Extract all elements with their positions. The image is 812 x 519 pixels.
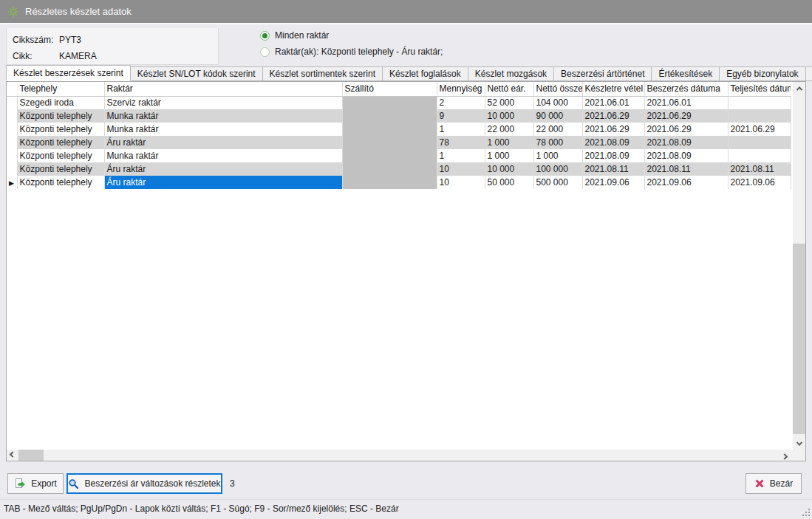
tab-keszlet-mozgasok[interactable]: Készlet mozgások	[468, 66, 554, 81]
cell-szallito-redacted[interactable]	[342, 176, 437, 189]
cell-netto-ear[interactable]: 10 000	[485, 109, 533, 123]
cell-mennyiseg[interactable]: 10	[437, 176, 485, 189]
cell-beszerzes-datuma[interactable]: 2021.08.09	[644, 136, 728, 149]
cell-keszletre-vetel[interactable]: 2021.09.06	[582, 176, 644, 189]
cell-keszletre-vetel[interactable]: 2021.08.09	[582, 149, 644, 162]
column-header-netto-osszes[interactable]: Nettó összes	[533, 82, 582, 96]
close-button[interactable]: Bezár	[746, 473, 802, 494]
column-header-beszerzes-datuma[interactable]: Beszerzés dátuma	[644, 82, 728, 96]
cell-teljesites-datuma[interactable]: 2021.06.29	[728, 123, 791, 136]
cell-beszerzes-datuma[interactable]: 2021.08.09	[644, 149, 728, 162]
cell-raktar[interactable]: Szerviz raktár	[104, 96, 342, 109]
cell-telephely[interactable]: Központi telephely	[17, 162, 104, 176]
cell-teljesites-datuma[interactable]	[728, 149, 791, 162]
tab-egyeb-bizonylatok[interactable]: Egyéb bizonylatok	[720, 66, 805, 81]
table-row[interactable]: Szegedi iroda Szerviz raktár 2 52 000 10…	[7, 96, 791, 109]
cell-teljesites-datuma[interactable]: 2021.09.06	[728, 176, 791, 189]
cell-mennyiseg[interactable]: 1	[437, 149, 485, 162]
scroll-up-button[interactable]	[793, 82, 805, 94]
cell-mennyiseg[interactable]: 10	[437, 162, 485, 176]
cell-netto-ear[interactable]: 50 000	[485, 176, 533, 189]
cell-netto-osszes[interactable]: 90 000	[533, 109, 582, 123]
cell-telephely[interactable]: Központi telephely	[17, 123, 104, 136]
scroll-down-button[interactable]	[793, 437, 805, 450]
table-row[interactable]: Központi telephely Áru raktár 78 1 000 7…	[7, 136, 791, 149]
table-row[interactable]: Központi telephely Munka raktár 1 1 000 …	[7, 149, 791, 162]
horizontal-scrollbar[interactable]	[7, 450, 791, 461]
cell-mennyiseg[interactable]: 2	[437, 96, 485, 109]
cell-szallito-redacted[interactable]	[342, 109, 437, 123]
cell-netto-ear[interactable]: 1 000	[485, 149, 533, 162]
cell-szallito-redacted[interactable]	[342, 123, 437, 136]
column-header-telephely[interactable]: Telephely	[17, 82, 104, 96]
resize-grip[interactable]	[802, 509, 810, 516]
table-row[interactable]: Központi telephely Munka raktár 9 10 000…	[7, 109, 791, 123]
cell-mennyiseg[interactable]: 9	[437, 109, 485, 123]
cell-mennyiseg[interactable]: 78	[437, 136, 485, 149]
cell-beszerzes-datuma[interactable]: 2021.06.29	[644, 123, 728, 136]
cell-keszletre-vetel[interactable]: 2021.06.29	[582, 123, 644, 136]
cell-netto-osszes[interactable]: 100 000	[533, 162, 582, 176]
table-row[interactable]: Központi telephely Munka raktár 1 22 000…	[7, 123, 791, 136]
title-bar[interactable]: Részletes készlet adatok	[0, 0, 812, 24]
cell-netto-osszes[interactable]: 500 000	[533, 176, 582, 189]
cell-telephely[interactable]: Szegedi iroda	[17, 96, 104, 109]
scroll-left-button[interactable]	[7, 450, 18, 461]
table-row[interactable]: Központi telephely Áru raktár 10 10 000 …	[7, 162, 791, 176]
cell-teljesites-datuma[interactable]	[728, 109, 791, 123]
cell-keszletre-vetel[interactable]: 2021.08.11	[582, 162, 644, 176]
column-header-teljesites-datuma[interactable]: Teljesítés dátuma	[728, 82, 791, 96]
cell-netto-osszes[interactable]: 1 000	[533, 149, 582, 162]
cell-beszerzes-datuma[interactable]: 2021.09.06	[644, 176, 728, 189]
tab-keszlet-sortimentek[interactable]: Készlet sortimentek szerint	[263, 66, 383, 81]
horizontal-scroll-thumb[interactable]	[18, 450, 44, 461]
cell-szallito-redacted[interactable]	[342, 96, 437, 109]
cell-mennyiseg[interactable]: 1	[437, 123, 485, 136]
radio-specific-warehouses[interactable]: Raktár(ak): Központi telephely - Áru rak…	[260, 44, 443, 60]
vertical-scroll-thumb[interactable]	[793, 244, 805, 434]
cell-netto-ear[interactable]: 10 000	[485, 162, 533, 176]
price-changes-details-button[interactable]: Beszerzési ár változások részletek	[66, 473, 222, 494]
cell-szallito-redacted[interactable]	[342, 136, 437, 149]
cell-netto-ear[interactable]: 22 000	[485, 123, 533, 136]
tab-beszerzesi-artortenet[interactable]: Beszerzési ártörténet	[554, 66, 652, 81]
export-button[interactable]: Export	[7, 473, 64, 494]
cell-raktar[interactable]: Munka raktár	[104, 149, 342, 162]
table-row[interactable]: ▶ Központi telephely Áru raktár 10 50 00…	[7, 176, 791, 189]
cell-beszerzes-datuma[interactable]: 2021.08.11	[644, 162, 728, 176]
cell-teljesites-datuma[interactable]	[728, 96, 791, 109]
tab-keszlet-valtozasa[interactable]: Készlet változása	[806, 66, 812, 81]
cell-netto-osszes[interactable]: 22 000	[533, 123, 582, 136]
cell-teljesites-datuma[interactable]	[728, 136, 791, 149]
cell-raktar[interactable]: Munka raktár	[104, 109, 342, 123]
tab-keszlet-snlot[interactable]: Készlet SN/LOT kódok szerint	[131, 66, 263, 81]
cell-raktar[interactable]: Munka raktár	[104, 123, 342, 136]
cell-keszletre-vetel[interactable]: 2021.06.29	[582, 109, 644, 123]
cell-raktar[interactable]: Áru raktár	[104, 176, 342, 189]
scroll-right-button[interactable]	[779, 450, 791, 461]
cell-telephely[interactable]: Központi telephely	[17, 149, 104, 162]
vertical-scrollbar[interactable]	[793, 82, 805, 450]
cell-keszletre-vetel[interactable]: 2021.08.09	[582, 136, 644, 149]
tab-keszlet-foglalasok[interactable]: Készlet foglalások	[383, 66, 468, 81]
cell-telephely[interactable]: Központi telephely	[17, 109, 104, 123]
cell-teljesites-datuma[interactable]: 2021.08.11	[728, 162, 791, 176]
column-header-netto-ear[interactable]: Nettó eár.	[485, 82, 533, 96]
cell-keszletre-vetel[interactable]: 2021.06.01	[582, 96, 644, 109]
radio-all-warehouses[interactable]: Minden raktár	[260, 27, 443, 44]
cell-beszerzes-datuma[interactable]: 2021.06.01	[644, 96, 728, 109]
cell-beszerzes-datuma[interactable]: 2021.06.29	[644, 109, 728, 123]
cell-netto-osszes[interactable]: 104 000	[533, 96, 582, 109]
cell-netto-osszes[interactable]: 78 000	[533, 136, 582, 149]
cell-telephely[interactable]: Központi telephely	[17, 136, 104, 149]
column-header-raktar[interactable]: Raktár	[104, 82, 342, 96]
cell-szallito-redacted[interactable]	[342, 162, 437, 176]
tab-ertekesitesek[interactable]: Értékesítések	[652, 66, 720, 81]
cell-szallito-redacted[interactable]	[342, 149, 437, 162]
column-header-keszletre-vetel[interactable]: Készletre vétel	[582, 82, 644, 96]
cell-raktar[interactable]: Áru raktár	[104, 136, 342, 149]
cell-telephely[interactable]: Központi telephely	[17, 176, 104, 189]
cell-raktar[interactable]: Áru raktár	[104, 162, 342, 176]
tab-keszlet-beszerzesek[interactable]: Készlet beszerzések szerint	[6, 65, 131, 81]
cell-netto-ear[interactable]: 1 000	[485, 136, 533, 149]
